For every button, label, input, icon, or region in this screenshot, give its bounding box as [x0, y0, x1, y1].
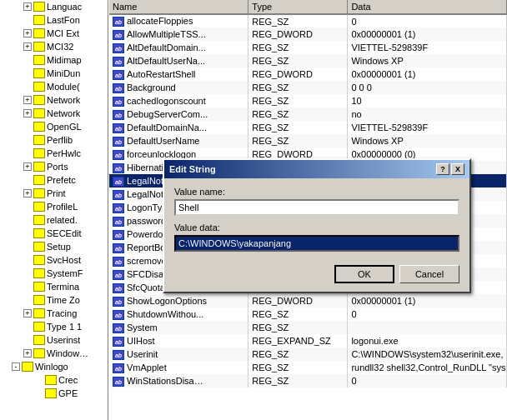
- value-data-label: Value data:: [174, 222, 459, 232]
- tree-item-label: Print: [47, 188, 66, 198]
- folder-icon: [33, 55, 45, 65]
- table-row[interactable]: abShutdownWithou...REG_SZ0: [109, 308, 507, 321]
- table-row[interactable]: abDefaultDomainNa...REG_SZVIETTEL-529839…: [109, 121, 507, 134]
- table-row[interactable]: abUserinitREG_SZC:\WINDOWS\system32\user…: [109, 348, 507, 361]
- tree-item[interactable]: +Print: [0, 187, 108, 200]
- tree-item[interactable]: LastFon: [0, 13, 108, 27]
- edit-string-dialog[interactable]: Edit String ? X Value name: Value data: …: [163, 158, 471, 293]
- reg-value-icon: ab: [113, 190, 124, 200]
- dialog-controls: ? X: [436, 163, 464, 175]
- table-row[interactable]: abcachedlogonscountREG_SZ10: [109, 94, 507, 108]
- table-row[interactable]: abAltDefaultDomain...REG_SZVIETTEL-52983…: [109, 41, 507, 54]
- tree-item[interactable]: SECEdit: [0, 227, 108, 240]
- table-row[interactable]: abDebugServerCom...REG_SZno: [109, 108, 507, 121]
- tree-item[interactable]: Module(: [0, 80, 108, 93]
- dialog-help-button[interactable]: ?: [436, 163, 449, 175]
- row-data: 0x00000001 (1): [348, 294, 507, 308]
- tree-expand-icon[interactable]: +: [23, 2, 32, 11]
- tree-item[interactable]: Userinst: [0, 333, 108, 347]
- tree-item[interactable]: ProfileL: [0, 200, 108, 213]
- row-name-text: DebugServerCom...: [127, 109, 208, 119]
- tree-item[interactable]: MiniDun: [0, 67, 108, 80]
- tree-expand-icon[interactable]: +: [23, 109, 32, 118]
- ok-button[interactable]: OK: [334, 265, 394, 283]
- tree-expand-icon[interactable]: +: [23, 162, 32, 171]
- tree-item[interactable]: +MCI Ext: [0, 27, 108, 40]
- tree-item[interactable]: Termina: [0, 280, 108, 293]
- tree-item[interactable]: +Tracing: [0, 307, 108, 320]
- row-name-text: AutoRestartShell: [127, 69, 196, 79]
- folder-icon: [33, 82, 45, 92]
- tree-item[interactable]: Perflib: [0, 133, 108, 147]
- tree-item[interactable]: +MCI32: [0, 40, 108, 53]
- table-row[interactable]: abAltDefaultUserNa...REG_SZWindows XP: [109, 54, 507, 68]
- tree-item-label: Network: [47, 95, 80, 105]
- table-row[interactable]: abBackgroundREG_SZ0 0 0: [109, 81, 507, 94]
- folder-icon: [33, 335, 45, 345]
- dialog-close-button[interactable]: X: [451, 163, 464, 175]
- tree-expand-icon[interactable]: +: [23, 29, 32, 38]
- tree-item[interactable]: OpenGL: [0, 120, 108, 133]
- reg-value-icon: ab: [113, 297, 124, 307]
- tree-item[interactable]: +Ports: [0, 160, 108, 173]
- tree-expand-icon[interactable]: +: [23, 42, 32, 51]
- table-row[interactable]: abVmAppletREG_SZrundll32 shell32,Control…: [109, 361, 507, 374]
- folder-icon: [33, 322, 45, 332]
- tree-item[interactable]: Prefetc: [0, 173, 108, 187]
- tree-item-label: PerHwlc: [47, 148, 81, 158]
- table-row[interactable]: abSystemREG_SZ: [109, 321, 507, 334]
- tree-item[interactable]: Time Zo: [0, 293, 108, 307]
- folder-icon: [33, 308, 45, 318]
- tree-item[interactable]: GPE: [0, 387, 108, 400]
- folder-icon: [33, 242, 45, 252]
- tree-expand-icon[interactable]: +: [23, 189, 32, 198]
- reg-value-icon: ab: [113, 270, 124, 280]
- folder-icon: [33, 175, 45, 185]
- tree-item[interactable]: Setup: [0, 240, 108, 253]
- row-data: 0: [348, 308, 507, 321]
- tree-item-label: related.: [47, 215, 78, 225]
- tree-expand-icon[interactable]: -: [12, 362, 20, 371]
- folder-icon: [33, 268, 45, 278]
- row-type: REG_DWORD: [248, 28, 348, 41]
- tree-item[interactable]: Crec: [0, 373, 108, 387]
- value-name-input[interactable]: [174, 199, 459, 216]
- col-data: Data: [348, 0, 507, 14]
- table-row[interactable]: abDefaultUserNameREG_SZWindows XP: [109, 134, 507, 148]
- row-data: 0x00000001 (1): [348, 68, 507, 81]
- table-row[interactable]: abAllowMultipleTSS...REG_DWORD0x00000001…: [109, 28, 507, 41]
- table-row[interactable]: aballocateFloppiesREG_SZ0: [109, 14, 507, 28]
- tree-item[interactable]: SvcHost: [0, 253, 108, 267]
- tree-item[interactable]: +Network: [0, 107, 108, 120]
- table-row[interactable]: abShowLogonOptionsREG_DWORD0x00000001 (1…: [109, 294, 507, 308]
- tree-item-label: Module(: [47, 82, 80, 92]
- tree-item[interactable]: SystemF: [0, 267, 108, 280]
- tree-expand-icon[interactable]: +: [23, 349, 32, 358]
- folder-icon: [33, 68, 45, 78]
- row-type: REG_SZ: [248, 308, 348, 321]
- value-data-input[interactable]: [174, 235, 459, 252]
- tree-item[interactable]: +Network: [0, 93, 108, 107]
- tree-expand-icon[interactable]: +: [23, 96, 32, 104]
- tree-item-label: Type 1 1: [47, 322, 82, 332]
- tree-item[interactable]: Type 1 1: [0, 320, 108, 333]
- table-row[interactable]: abUIHostREG_EXPAND_SZlogonui.exe: [109, 334, 507, 348]
- row-type: REG_DWORD: [248, 68, 348, 81]
- table-row[interactable]: abAutoRestartShellREG_DWORD0x00000001 (1…: [109, 68, 507, 81]
- cancel-button[interactable]: Cancel: [399, 265, 459, 283]
- row-name: abBackground: [109, 81, 248, 94]
- tree-item[interactable]: +Window…: [0, 347, 108, 360]
- value-name-label: Value name:: [174, 187, 459, 197]
- tree-item[interactable]: Midimap: [0, 53, 108, 67]
- folder-icon: [45, 388, 57, 398]
- tree-item[interactable]: related.: [0, 213, 108, 227]
- tree-item[interactable]: PerHwlc: [0, 147, 108, 160]
- tree-expand-icon[interactable]: +: [23, 309, 32, 318]
- table-row[interactable]: abWinStationsDisa…REG_SZ0: [109, 374, 507, 388]
- reg-value-icon: ab: [113, 177, 124, 187]
- tree-item[interactable]: -Winlogo: [0, 360, 108, 373]
- row-data: [348, 321, 507, 334]
- tree-item[interactable]: +Languac: [0, 0, 108, 13]
- row-type: REG_SZ: [248, 94, 348, 108]
- dialog-title: Edit String: [169, 164, 216, 174]
